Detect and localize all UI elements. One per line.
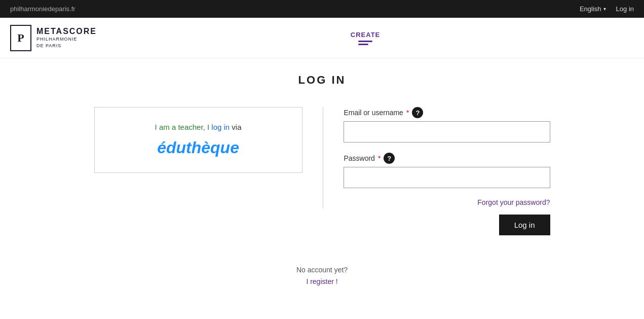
menu-line-1 [358, 41, 372, 42]
nav-center: CREATE [97, 31, 634, 45]
email-label-text: Email or username [344, 109, 403, 117]
password-help-icon[interactable]: ? [384, 153, 395, 164]
no-account-text: No account yet? [10, 266, 634, 274]
logo-sub-line2: DE PARIS [36, 43, 97, 49]
login-layout: I am a teacher, I log in via éduthèque E… [94, 107, 550, 245]
password-required-star: * [378, 154, 381, 162]
teacher-text: I am a teacher, I log in via [155, 123, 242, 131]
logo-letter: P [17, 31, 24, 45]
form-panel: Email or username * ? Password * ? Forgo… [344, 107, 550, 245]
email-field-label: Email or username * ? [344, 107, 550, 118]
language-selector[interactable]: English ▾ [580, 5, 606, 13]
topbar-login-link[interactable]: Log in [616, 5, 634, 13]
forgot-password-link[interactable]: Forgot your password? [344, 198, 550, 206]
email-help-icon[interactable]: ? [412, 107, 423, 118]
topbar-right: English ▾ Log in [580, 5, 634, 13]
create-label: CREATE [351, 31, 380, 39]
login-button[interactable]: Log in [499, 215, 550, 235]
teacher-text-login: log in [211, 123, 230, 131]
edutheque-brand[interactable]: éduthèque [157, 138, 239, 157]
create-menu-icon [358, 41, 372, 45]
logo-text: METASCORE PHILHARMONIE DE PARIS [36, 27, 97, 49]
logo-area[interactable]: P METASCORE PHILHARMONIE DE PARIS [10, 25, 97, 51]
language-label: English [580, 5, 601, 13]
main-content: LOG IN I am a teacher, I log in via édut… [0, 58, 644, 316]
header: P METASCORE PHILHARMONIE DE PARIS CREATE [0, 18, 644, 58]
menu-line-2 [358, 44, 368, 45]
email-input[interactable] [344, 121, 550, 143]
vertical-divider [323, 107, 324, 208]
logo-sub-line1: PHILHARMONIE [36, 36, 97, 43]
bottom-section: No account yet? I register ! [10, 256, 634, 296]
teacher-panel: I am a teacher, I log in via éduthèque [94, 107, 302, 173]
create-nav-item[interactable]: CREATE [351, 31, 380, 45]
password-field-label: Password * ? [344, 153, 550, 164]
page-title: LOG IN [10, 74, 634, 87]
teacher-text-via: via [230, 123, 241, 131]
teacher-text-i-am: I am a teacher, I [155, 123, 212, 131]
password-label-text: Password [344, 154, 374, 162]
logo-title: METASCORE [36, 27, 97, 36]
password-input[interactable] [344, 167, 550, 188]
chevron-down-icon: ▾ [603, 6, 606, 12]
logo-icon: P [10, 25, 31, 51]
email-required-star: * [406, 109, 409, 117]
topbar: philharmoniedeparis.fr English ▾ Log in [0, 0, 644, 18]
register-link[interactable]: I register ! [306, 277, 337, 286]
site-url: philharmoniedeparis.fr [10, 5, 75, 13]
